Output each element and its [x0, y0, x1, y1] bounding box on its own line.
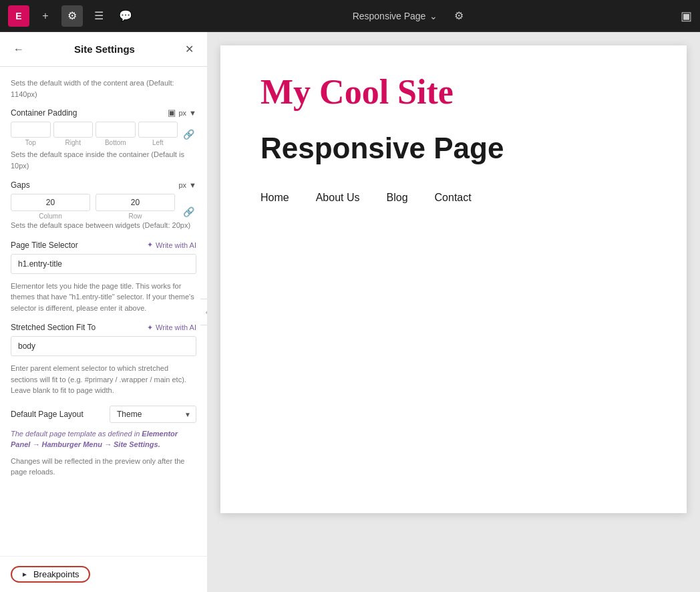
- site-title: My Cool Site: [260, 72, 647, 112]
- gaps-info-text: Sets the default space between widgets (…: [11, 220, 196, 231]
- left-panel: ← Site Settings ✕ Sets the default width…: [0, 32, 207, 592]
- nav-menu: Home About Us Blog Contact: [260, 185, 647, 210]
- nav-item-home[interactable]: Home: [260, 192, 289, 204]
- gaps-inputs-row: Column Row 🔗: [11, 194, 196, 220]
- padding-inputs-row: Top Right Bottom Left 🔗: [11, 122, 196, 146]
- layout-label: Default Page Layout: [11, 410, 83, 419]
- layers-icon: ☰: [94, 9, 104, 22]
- gap-column-input[interactable]: [11, 194, 90, 211]
- page-title-selector-input[interactable]: [11, 254, 196, 274]
- layout-select[interactable]: Theme Default Canvas Full Width Elemento…: [110, 406, 196, 423]
- monitor-icon[interactable]: ▣: [681, 9, 692, 23]
- toolbar-right: ▣: [681, 9, 692, 23]
- gaps-unit-chevron-icon: ▼: [189, 181, 196, 189]
- padding-left-group: Left: [138, 122, 178, 146]
- padding-right-input[interactable]: [53, 122, 94, 138]
- nav-item-contact[interactable]: Contact: [435, 192, 472, 204]
- panel-back-button[interactable]: ←: [11, 41, 27, 58]
- gap-row-group: Row: [96, 194, 175, 220]
- responsive-page-button[interactable]: Responsive Page ⌄: [347, 8, 444, 24]
- container-padding-label-row: Container Padding ▣ px ▼: [11, 108, 196, 118]
- layers-button[interactable]: ☰: [88, 5, 110, 27]
- top-toolbar: E + ⚙ ☰ 💬 Responsive Page ⌄ ⚙ ▣: [0, 0, 700, 32]
- gap-row-label: Row: [128, 212, 142, 220]
- toolbar-center: Responsive Page ⌄ ⚙: [347, 5, 470, 27]
- container-padding-section: Container Padding ▣ px ▼ Top Right: [11, 108, 196, 171]
- default-page-layout-section: Default Page Layout Theme Default Canvas…: [11, 406, 196, 478]
- content-width-info: Sets the default width of the content ar…: [11, 78, 196, 100]
- page-title-label-row: Page Title Selector ✦ Write with AI: [11, 241, 196, 250]
- container-padding-unit-label: px: [178, 109, 186, 117]
- settings-button[interactable]: ⚙: [448, 5, 470, 27]
- stretched-desc: Enter parent element selector to which s…: [11, 363, 196, 396]
- toolbar-left: E + ⚙ ☰ 💬: [8, 5, 136, 27]
- stretched-write-ai-link[interactable]: ✦ Write with AI: [147, 323, 196, 332]
- stretched-section: Stretched Section Fit To ✦ Write with AI…: [11, 323, 196, 396]
- padding-info-text: Sets the default space inside the contai…: [11, 149, 196, 171]
- stretched-label-row: Stretched Section Fit To ✦ Write with AI: [11, 323, 196, 332]
- gaps-label: Gaps: [11, 180, 30, 190]
- gaps-unit-label: px: [178, 181, 186, 189]
- changes-note: Changes will be reflected in the preview…: [11, 456, 196, 478]
- layout-note: The default page template as defined in …: [11, 428, 196, 450]
- nav-item-blog[interactable]: Blog: [387, 192, 408, 204]
- layout-row: Default Page Layout Theme Default Canvas…: [11, 406, 196, 423]
- padding-bottom-group: Bottom: [96, 122, 136, 146]
- gap-column-group: Column: [11, 194, 90, 220]
- padding-link-icon[interactable]: 🔗: [180, 126, 196, 142]
- gaps-unit[interactable]: px ▼: [178, 181, 196, 189]
- nav-item-about[interactable]: About Us: [316, 192, 360, 204]
- comments-button[interactable]: 💬: [115, 5, 136, 27]
- page-title-desc: Elementor lets you hide the page title. …: [11, 281, 196, 314]
- padding-top-group: Top: [11, 122, 51, 146]
- padding-bottom-input[interactable]: [96, 122, 136, 138]
- customize-icon: ⚙: [67, 9, 77, 22]
- panel-collapse-handle[interactable]: ‹: [200, 299, 207, 325]
- add-button[interactable]: +: [35, 5, 56, 27]
- layout-select-wrapper: Theme Default Canvas Full Width Elemento…: [110, 406, 196, 423]
- breakpoints-toggle[interactable]: ► Breakpoints: [0, 557, 207, 592]
- customize-button[interactable]: ⚙: [61, 5, 83, 27]
- panel-title: Site Settings: [74, 43, 135, 55]
- padding-top-label: Top: [25, 139, 36, 146]
- chevron-down-icon: ⌄: [429, 11, 437, 21]
- gear-icon: ⚙: [454, 9, 464, 22]
- padding-bottom-label: Bottom: [105, 139, 126, 146]
- panel-header: ← Site Settings ✕: [0, 32, 207, 67]
- breakpoints-label: Breakpoints: [33, 569, 79, 579]
- padding-right-label: Right: [65, 139, 81, 146]
- unit-chevron-icon: ▼: [189, 109, 196, 117]
- container-padding-unit[interactable]: ▣ px ▼: [168, 108, 196, 118]
- gap-row-input[interactable]: [96, 194, 175, 211]
- page-heading: Responsive Page: [260, 132, 647, 165]
- page-title-write-ai-link[interactable]: ✦ Write with AI: [147, 241, 196, 249]
- padding-left-label: Left: [152, 139, 164, 146]
- stretched-write-ai-label: Write with AI: [156, 323, 196, 331]
- breakpoints-arrow-icon: ►: [21, 571, 28, 578]
- breakpoints-section: ► Breakpoints: [0, 556, 207, 592]
- padding-top-input[interactable]: [11, 122, 51, 138]
- page-title-write-ai-label: Write with AI: [156, 241, 196, 249]
- monitor-small-icon: ▣: [168, 108, 176, 118]
- container-padding-label: Container Padding: [11, 108, 77, 118]
- padding-left-input[interactable]: [138, 122, 178, 138]
- elementor-logo[interactable]: E: [8, 5, 29, 27]
- page-title-section: Page Title Selector ✦ Write with AI Elem…: [11, 241, 196, 314]
- breakpoints-circle: ► Breakpoints: [11, 566, 90, 583]
- gaps-section: Gaps px ▼ Column Row 🔗: [11, 180, 196, 231]
- gap-column-label: Column: [39, 212, 61, 220]
- page-title-label: Page Title Selector: [11, 241, 78, 250]
- comments-icon: 💬: [119, 9, 132, 22]
- ai-star-icon: ✦: [147, 241, 153, 249]
- preview-frame: My Cool Site Responsive Page Home About …: [220, 45, 687, 513]
- responsive-page-label: Responsive Page: [353, 11, 426, 21]
- panel-body: Sets the default width of the content ar…: [0, 67, 207, 592]
- ai-star-icon-2: ✦: [147, 323, 153, 332]
- panel-close-button[interactable]: ✕: [182, 40, 196, 58]
- collapse-chevron-icon: ‹: [206, 308, 207, 316]
- stretched-label: Stretched Section Fit To: [11, 323, 96, 332]
- stretched-section-input[interactable]: [11, 336, 196, 356]
- padding-right-group: Right: [53, 122, 94, 146]
- gaps-link-icon[interactable]: 🔗: [180, 204, 196, 220]
- main-content: ← Site Settings ✕ Sets the default width…: [0, 32, 700, 592]
